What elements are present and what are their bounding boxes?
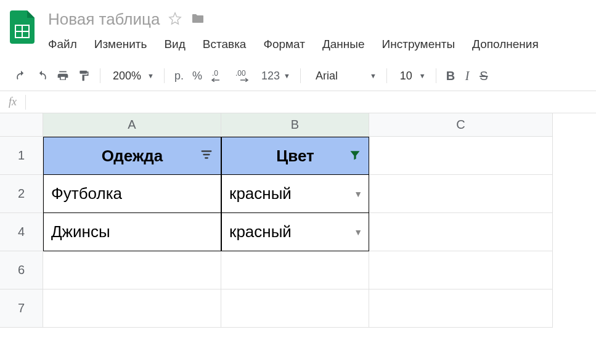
- filter-funnel-icon[interactable]: [349, 147, 361, 166]
- chevron-down-icon: ▼: [370, 72, 377, 79]
- paint-format-button[interactable]: [74, 67, 94, 84]
- menu-data[interactable]: Данные: [314, 34, 374, 55]
- cell-b2[interactable]: красный ▼: [221, 175, 369, 213]
- zoom-dropdown[interactable]: 200% ▼: [107, 67, 158, 84]
- spreadsheet-grid: A B C 1 2 4 6 7 Одежда: [0, 113, 596, 328]
- column-header-c[interactable]: C: [369, 113, 553, 137]
- svg-text:.0: .0: [212, 70, 218, 78]
- svg-text:.00: .00: [235, 70, 246, 78]
- menu-tools[interactable]: Инструменты: [374, 34, 463, 55]
- bold-button[interactable]: B: [443, 67, 459, 84]
- row-header-7[interactable]: 7: [0, 289, 43, 328]
- fx-label: fx: [0, 95, 25, 108]
- chevron-down-icon: ▼: [147, 72, 154, 79]
- strikethrough-button[interactable]: S: [476, 67, 491, 84]
- data-validation-arrow-icon[interactable]: ▼: [354, 227, 362, 237]
- font-name: Arial: [311, 70, 366, 83]
- cell-c7[interactable]: [369, 289, 553, 328]
- cell-a7[interactable]: [43, 289, 221, 328]
- cell-a2[interactable]: Футболка: [43, 175, 221, 213]
- header-a-text: Одежда: [102, 147, 163, 166]
- font-size-value: 10: [397, 70, 415, 83]
- print-button[interactable]: [53, 67, 73, 84]
- cell-b2-text: красный: [229, 184, 292, 203]
- cell-c6[interactable]: [369, 251, 553, 289]
- decrease-decimal-button[interactable]: .0: [207, 67, 229, 84]
- chevron-down-icon: ▼: [284, 72, 290, 79]
- cell-c4[interactable]: [369, 213, 553, 251]
- cell-a6[interactable]: [43, 251, 221, 289]
- menu-format[interactable]: Формат: [255, 34, 314, 55]
- filter-icon[interactable]: [200, 147, 213, 166]
- percent-button[interactable]: %: [189, 67, 206, 84]
- more-formats-label: 123: [261, 70, 280, 83]
- cell-c2[interactable]: [369, 175, 553, 213]
- cell-a2-text: Футболка: [51, 184, 122, 203]
- cell-b4-text: красный: [229, 222, 292, 241]
- document-title[interactable]: Новая таблица: [48, 10, 160, 29]
- header-cell-a1[interactable]: Одежда: [43, 137, 221, 175]
- italic-button[interactable]: I: [460, 67, 475, 84]
- font-size-dropdown[interactable]: 10 ▼: [393, 67, 430, 84]
- star-icon[interactable]: [168, 12, 182, 28]
- redo-button[interactable]: [32, 67, 52, 84]
- cell-b7[interactable]: [221, 289, 369, 328]
- cell-b6[interactable]: [221, 251, 369, 289]
- cell-c1[interactable]: [369, 137, 553, 175]
- undo-button[interactable]: [11, 67, 31, 84]
- font-dropdown[interactable]: Arial ▼: [307, 67, 380, 84]
- cell-a4[interactable]: Джинсы: [43, 213, 221, 251]
- formula-bar: fx: [0, 91, 596, 113]
- header-b-text: Цвет: [276, 147, 314, 166]
- row-header-2[interactable]: 2: [0, 175, 43, 213]
- data-validation-arrow-icon[interactable]: ▼: [354, 189, 362, 199]
- menu-view[interactable]: Вид: [155, 34, 194, 55]
- formula-input[interactable]: [26, 91, 596, 113]
- sheets-logo[interactable]: [7, 12, 37, 42]
- menu-addons[interactable]: Дополнения: [463, 34, 547, 55]
- row-header-4[interactable]: 4: [0, 213, 43, 251]
- folder-icon[interactable]: [190, 11, 205, 28]
- menu-insert[interactable]: Вставка: [194, 34, 255, 55]
- increase-decimal-button[interactable]: .00: [231, 67, 256, 84]
- column-header-b[interactable]: B: [221, 113, 369, 137]
- column-header-a[interactable]: A: [43, 113, 221, 137]
- cell-b4[interactable]: красный ▼: [221, 213, 369, 251]
- row-header-6[interactable]: 6: [0, 251, 43, 289]
- menu-file[interactable]: Файл: [48, 34, 86, 55]
- more-formats-dropdown[interactable]: 123 ▼: [258, 67, 294, 84]
- cell-a4-text: Джинсы: [51, 222, 110, 241]
- chevron-down-icon: ▼: [419, 72, 426, 79]
- row-header-1[interactable]: 1: [0, 137, 43, 175]
- currency-button[interactable]: р.: [171, 67, 187, 84]
- toolbar: 200% ▼ р. % .0 .00 123 ▼ Arial ▼ 10 ▼ B …: [0, 60, 596, 91]
- select-all-corner[interactable]: [0, 113, 43, 137]
- zoom-value: 200%: [110, 70, 144, 83]
- header-cell-b1[interactable]: Цвет: [221, 137, 369, 175]
- menu-edit[interactable]: Изменить: [86, 34, 156, 55]
- menu-bar: Файл Изменить Вид Вставка Формат Данные …: [48, 29, 589, 55]
